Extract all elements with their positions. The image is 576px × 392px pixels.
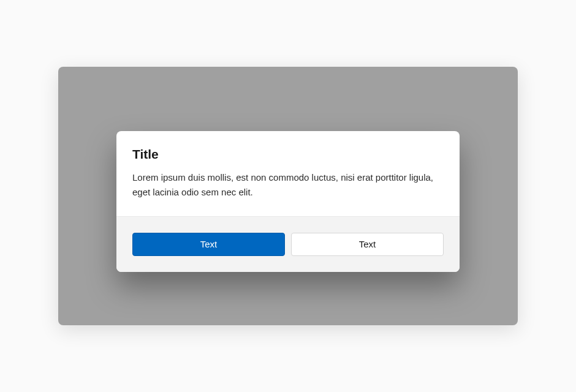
dialog: Title Lorem ipsum duis mollis, est non c… <box>116 131 460 272</box>
modal-backdrop: Title Lorem ipsum duis mollis, est non c… <box>58 67 518 325</box>
dialog-footer: Text Text <box>116 216 460 272</box>
dialog-content: Title Lorem ipsum duis mollis, est non c… <box>116 131 460 216</box>
secondary-button[interactable]: Text <box>291 233 444 256</box>
dialog-title: Title <box>132 147 444 162</box>
dialog-body-text: Lorem ipsum duis mollis, est non commodo… <box>132 170 444 199</box>
primary-button[interactable]: Text <box>132 233 285 256</box>
